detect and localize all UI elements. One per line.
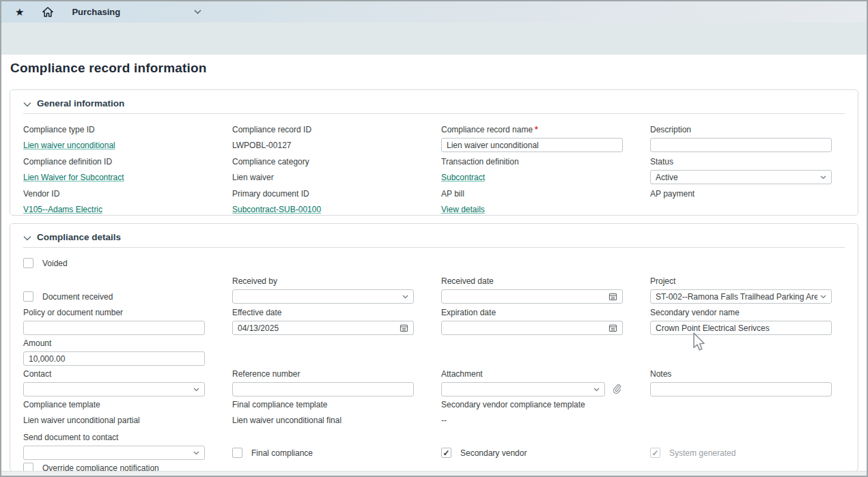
expiration-date-input[interactable] — [441, 321, 623, 335]
notes-input[interactable] — [650, 382, 832, 396]
chevron-down-icon — [593, 388, 600, 392]
compliance-record-id-value: LWPOBL-00127 — [232, 141, 414, 151]
effective-date-input[interactable]: 04/13/2025 — [232, 321, 414, 335]
field-label: Compliance template — [23, 400, 205, 410]
field-document-received: Document received — [23, 276, 205, 304]
project-select[interactable]: ST-002--Ramona Falls Trailhead Parking A… — [650, 289, 832, 304]
field-transaction-definition: Transaction definition Subcontract — [441, 157, 623, 184]
field-reference-number: Reference number — [232, 369, 414, 396]
field-compliance-record-id: Compliance record ID LWPOBL-00127 — [232, 125, 414, 152]
calendar-icon[interactable] — [608, 323, 617, 332]
field-voided: Voided — [23, 258, 205, 268]
calendar-icon[interactable] — [400, 323, 408, 332]
effective-date-value: 04/13/2025 — [238, 323, 279, 333]
policy-or-document-number-input[interactable] — [23, 321, 205, 335]
field-attachment: Attachment — [441, 369, 623, 396]
final-compliance-checkbox[interactable] — [232, 448, 242, 458]
field-label: Transaction definition — [441, 157, 623, 167]
field-received-date: Received date — [441, 276, 623, 304]
compliance-type-id-link[interactable]: Lien waiver unconditional — [23, 141, 115, 151]
field-secondary-vendor-compliance-template: Secondary vendor compliance template -- — [441, 400, 623, 426]
chevron-down-icon — [820, 175, 826, 179]
field-ap-bill: AP bill View details — [441, 189, 623, 215]
received-by-select[interactable] — [232, 289, 414, 304]
status-select-value: Active — [656, 173, 817, 182]
field-label: Notes — [650, 369, 832, 379]
secondary-vendor-compliance-template-value: -- — [441, 416, 623, 426]
attachment-select[interactable] — [441, 382, 605, 396]
home-icon[interactable] — [42, 7, 53, 17]
compliance-details-header[interactable]: Compliance details — [23, 232, 845, 242]
field-amount: Amount — [23, 338, 205, 366]
field-label: Compliance record name* — [441, 125, 623, 135]
field-compliance-category: Compliance category Lien waiver — [232, 157, 414, 184]
general-information-section: General information Compliance type ID L… — [10, 89, 858, 216]
system-generated-label: System generated — [669, 448, 736, 458]
paperclip-icon[interactable] — [612, 384, 622, 395]
field-system-generated: ✓ System generated — [650, 433, 832, 460]
field-label: Secondary vendor name — [650, 308, 832, 318]
field-label: Project — [650, 276, 832, 287]
field-label: Compliance type ID — [23, 125, 205, 135]
field-label: Compliance category — [232, 157, 414, 167]
general-information-header[interactable]: General information — [23, 98, 845, 109]
favorites-star-icon[interactable]: ★ — [15, 6, 24, 18]
amount-input[interactable] — [23, 351, 205, 366]
required-asterisk: * — [535, 125, 538, 134]
field-notes: Notes — [650, 369, 832, 396]
compliance-template-value: Lien waiver unconditional partial — [23, 416, 205, 426]
field-label: Secondary vendor compliance template — [441, 400, 623, 410]
reference-number-input[interactable] — [232, 382, 414, 396]
document-received-checkbox[interactable] — [23, 291, 33, 302]
section-title: Compliance details — [37, 232, 121, 242]
compliance-category-value: Lien waiver — [232, 173, 414, 183]
send-document-to-contact-select[interactable] — [23, 446, 205, 460]
field-label: Primary document ID — [232, 189, 414, 199]
field-effective-date: Effective date 04/13/2025 — [232, 308, 414, 335]
status-select[interactable]: Active — [650, 170, 832, 184]
field-expiration-date: Expiration date — [441, 308, 623, 335]
compliance-definition-id-link[interactable]: Lien Waiver for Subcontract — [23, 173, 124, 183]
collapse-chevron-icon[interactable] — [23, 102, 31, 107]
module-selector-label[interactable]: Purchasing — [72, 7, 120, 17]
page-title: Compliance record information — [10, 61, 867, 76]
secondary-vendor-checkbox[interactable]: ✓ — [441, 448, 451, 458]
field-secondary-vendor: ✓ Secondary vendor — [441, 433, 623, 460]
field-description: Description — [650, 125, 832, 152]
field-final-compliance-template: Final compliance template Lien waiver un… — [232, 400, 414, 426]
vendor-id-link[interactable]: V105--Adams Electric — [23, 205, 102, 215]
app-window: ★ Purchasing Compliance record informati… — [0, 0, 868, 477]
collapse-chevron-icon[interactable] — [23, 235, 31, 241]
field-label: Compliance definition ID — [23, 157, 205, 167]
final-compliance-template-value: Lien waiver unconditional final — [232, 416, 414, 426]
primary-document-id-link[interactable]: Subcontract-SUB-00100 — [232, 205, 321, 215]
secondary-vendor-label: Secondary vendor — [460, 448, 527, 458]
field-send-document-to-contact: Send document to contact — [23, 433, 205, 460]
contact-select[interactable] — [23, 382, 205, 396]
field-received-by: Received by — [232, 276, 414, 304]
voided-label: Voided — [42, 259, 68, 268]
received-date-input[interactable] — [441, 289, 623, 304]
secondary-vendor-name-input[interactable] — [650, 321, 832, 335]
voided-checkbox[interactable] — [23, 258, 33, 268]
description-input[interactable] — [650, 138, 832, 152]
chevron-down-icon[interactable] — [194, 10, 201, 14]
field-label: Compliance record ID — [232, 125, 414, 135]
ap-bill-view-details-link[interactable]: View details — [441, 205, 485, 215]
toolbar-band — [1, 23, 867, 55]
field-label: Policy or document number — [23, 308, 205, 318]
calendar-icon[interactable] — [608, 292, 617, 301]
compliance-record-name-input[interactable] — [441, 138, 623, 152]
field-label: Expiration date — [441, 308, 623, 318]
transaction-definition-link[interactable]: Subcontract — [441, 173, 485, 183]
chevron-down-icon — [402, 295, 408, 299]
field-label: Effective date — [232, 308, 414, 318]
final-compliance-label: Final compliance — [251, 448, 313, 458]
field-label: Reference number — [232, 369, 414, 379]
field-label: AP payment — [650, 189, 832, 199]
field-secondary-vendor-name: Secondary vendor name — [650, 308, 832, 335]
field-compliance-definition-id: Compliance definition ID Lien Waiver for… — [23, 157, 205, 184]
field-label: Final compliance template — [232, 400, 414, 410]
field-label: AP bill — [441, 189, 623, 199]
field-status: Status Active — [650, 157, 832, 184]
